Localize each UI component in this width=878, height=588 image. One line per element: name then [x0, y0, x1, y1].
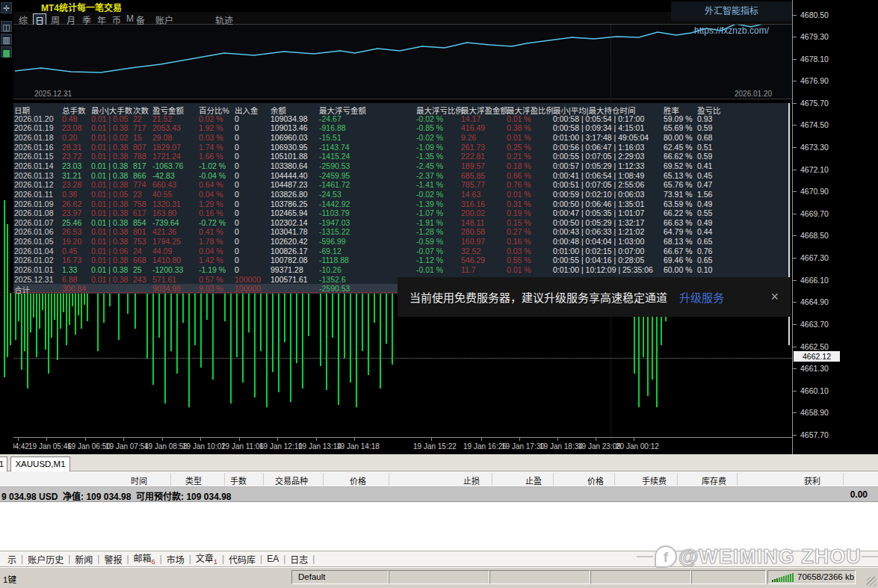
panel-icon[interactable]: ▥: [1, 34, 12, 45]
stats-cell: 31.21: [62, 171, 81, 180]
terminal-tab-6[interactable]: 市场: [162, 553, 189, 566]
histogram-bar: [308, 293, 309, 336]
stats-cell: 1829.07: [152, 143, 181, 152]
stats-cell: 0: [235, 190, 239, 199]
stats-cell: 0.01 | 0.38: [91, 237, 128, 246]
stats-cell: 106930.95: [270, 143, 308, 152]
stats-cell: 0:01:00 | 3:17:48 | 49:05:04: [553, 133, 649, 142]
stats-cell: 32.52: [461, 247, 480, 256]
profile-selector[interactable]: Default: [291, 570, 389, 584]
stats-cell: 0.44: [697, 227, 712, 236]
trade-column-header[interactable]: 类型: [185, 474, 202, 486]
stats-cell: 0:00:50 | 0:05:29 | 1:32:17: [553, 218, 644, 227]
upgrade-service-link[interactable]: 升级服务: [679, 289, 724, 305]
stats-cell: -24.53: [319, 190, 341, 199]
histogram-bar: [194, 293, 196, 345]
histogram-bar: [60, 293, 61, 329]
trade-column-header[interactable]: 价格: [350, 474, 366, 486]
stats-cell: 2026.01.09: [14, 199, 54, 208]
cursor-icon[interactable]: ◫: [1, 21, 12, 32]
trade-column-header[interactable]: 止损: [463, 474, 480, 486]
trade-column-header[interactable]: 手数: [230, 474, 247, 486]
terminal-tab-1[interactable]: 示: [3, 553, 21, 566]
stats-cell: 0.59: [697, 152, 712, 161]
trade-column-header[interactable]: 库存费: [702, 474, 726, 486]
chart-icon[interactable]: ▆: [1, 46, 12, 58]
trade-column-header[interactable]: 时间: [131, 474, 147, 486]
histogram-bar: [374, 293, 375, 323]
stats-cell: 2026.01.13: [14, 171, 54, 180]
stats-cell: 26.53: [62, 227, 81, 236]
stats-cell: 0.55: [697, 208, 712, 217]
time-tick: [431, 438, 432, 441]
time-tick: [162, 438, 163, 441]
terminal-tab-9[interactable]: EA: [262, 554, 283, 564]
menu-item-8[interactable]: M: [126, 13, 134, 24]
histogram-bar: [81, 293, 82, 329]
trade-column-header[interactable]: 止盈: [525, 474, 542, 486]
stats-cell: -1.12 %: [416, 256, 443, 264]
stats-cell: -0.07 %: [416, 247, 443, 256]
stats-cell: 103380.64: [270, 161, 308, 170]
stats-cell: -1.28 %: [416, 227, 443, 236]
chart-tab-partial[interactable]: 1: [0, 457, 7, 471]
stats-cell: 0.64 %: [199, 180, 223, 189]
stats-cell: 69.52 %: [664, 161, 693, 170]
histogram-bar: [63, 293, 64, 312]
terminal-tab-5[interactable]: 邮箱6: [129, 551, 160, 566]
terminal-tab-2[interactable]: 账户历史: [23, 553, 68, 566]
terminal-tab-10[interactable]: 日志: [285, 553, 312, 566]
stats-cell: 66.22 %: [664, 208, 693, 217]
histogram-bar: [380, 293, 381, 389]
stats-cell: 160.97: [461, 237, 485, 246]
chart-tab-active[interactable]: XAUUSD,M1: [10, 457, 70, 471]
stats-cell: 0.01 | 0.38: [91, 265, 128, 274]
close-icon[interactable]: ×: [770, 289, 779, 305]
status-segment: [489, 570, 590, 584]
terminal-tab-7[interactable]: 文章1: [191, 551, 222, 566]
stats-cell: 0.38 %: [507, 123, 531, 132]
stats-cell: 2026.01.15: [14, 152, 54, 161]
stats-cell: 66.67 %: [664, 247, 693, 256]
stats-cell: 0.16 %: [199, 208, 223, 217]
price-tick: [793, 412, 797, 413]
histogram-bar: [72, 293, 73, 306]
time-tick: [519, 438, 520, 441]
stats-cell: 866: [133, 171, 146, 180]
time-label: 19 Jan 17:30: [501, 442, 545, 451]
trade-column-header[interactable]: 价格: [587, 474, 604, 486]
stats-cell: 0.01 | 0.38: [91, 123, 128, 132]
histogram-bar: [118, 293, 120, 340]
stats-header-row: 日期总手数最小|大手数次数盈亏金额百分比%出入金余额最大浮亏金额最大浮亏比例最大…: [13, 105, 791, 114]
price-tick-label: 4660.10: [800, 386, 829, 395]
chart-area[interactable]: MT4统计每一笔交易 综日周月季年币M备账户轨迹 外汇智能指标 https://…: [0, 0, 792, 454]
price-tick-label: 4667.30: [800, 253, 829, 262]
stats-cell: 0.49: [697, 199, 712, 208]
price-tick-label: 4673.30: [800, 143, 829, 152]
stats-cell: 0: [235, 152, 239, 161]
stats-cell: 0.01 | 0.38: [91, 256, 128, 264]
histogram-bar: [152, 293, 154, 385]
crosshair-icon[interactable]: ✛: [1, 2, 12, 13]
trade-column-header[interactable]: 手续费: [642, 474, 667, 486]
terminal-tab-3[interactable]: 新闻: [70, 553, 97, 566]
brand-link[interactable]: 外汇智能指标 https://fxznzb.com/: [671, 1, 792, 21]
histogram-bar: [66, 293, 67, 345]
stats-cell: 60.00 %: [664, 265, 693, 274]
price-axis[interactable]: 4662.12 4680.504679.304678.104676.904675…: [792, 0, 878, 454]
trade-column-header[interactable]: 获利: [804, 474, 820, 486]
stats-cell: 68.13 %: [664, 237, 693, 246]
stats-cell: -0.59 %: [416, 237, 443, 246]
trade-column-header[interactable]: 交易品种: [275, 474, 308, 486]
stats-cell: 2026.01.16: [14, 143, 54, 152]
stats-cell: 2026.01.07: [14, 218, 54, 227]
stats-cell: -69.12: [319, 247, 341, 256]
resize-grip[interactable]: [867, 577, 877, 587]
terminal-tab-4[interactable]: 警报: [99, 553, 126, 566]
stats-cell: 100571.61: [270, 275, 308, 284]
histogram-bar: [278, 293, 279, 392]
stats-cell: 0.59: [697, 123, 712, 132]
trade-table-header: 时间类型手数交易品种价格止损止盈价格手续费库存费获利: [0, 471, 878, 487]
terminal-tab-8[interactable]: 代码库: [224, 553, 260, 566]
stats-cell: -0.85 %: [416, 123, 443, 132]
